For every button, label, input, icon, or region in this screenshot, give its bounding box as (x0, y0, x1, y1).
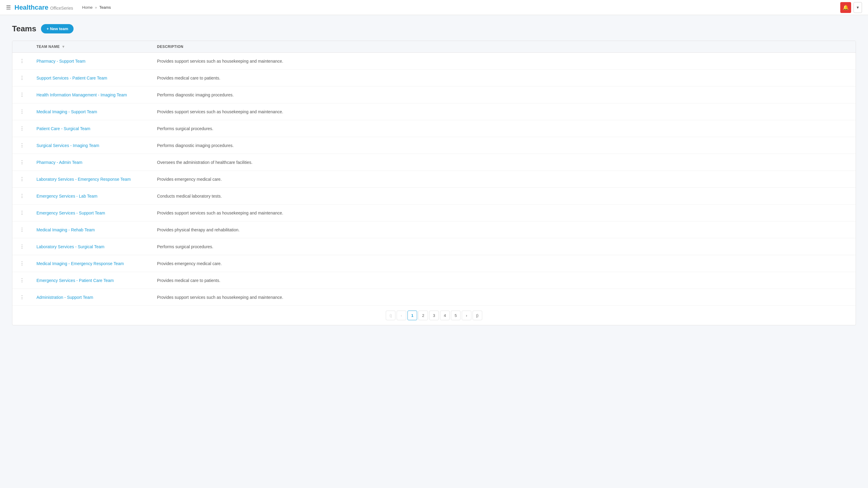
row-description-cell: Provides support services such as housek… (152, 103, 856, 120)
team-name-link[interactable]: Emergency Services - Patient Care Team (36, 278, 114, 283)
team-name-link[interactable]: Emergency Services - Support Team (36, 210, 105, 216)
row-description-cell: Conducts medical laboratory tests. (152, 188, 856, 204)
row-menu-button[interactable]: ⋮ (17, 226, 27, 234)
row-menu-button[interactable]: ⋮ (17, 74, 27, 82)
team-name-link[interactable]: Medical Imaging - Support Team (36, 109, 97, 114)
navbar-right: 🔔 ▼ (840, 2, 862, 13)
page-header: Teams + New team (12, 24, 856, 33)
description-text: Provides physical therapy and rehabilita… (157, 227, 240, 232)
row-name-cell: Health Information Management - Imaging … (32, 87, 152, 103)
row-name-cell: Laboratory Services - Emergency Response… (32, 171, 152, 188)
description-text: Performs surgical procedures. (157, 126, 213, 131)
pagination-page-2[interactable]: 2 (418, 311, 428, 320)
team-name-link[interactable]: Pharmacy - Admin Team (36, 160, 82, 165)
notification-button[interactable]: 🔔 (840, 2, 851, 13)
team-name-link[interactable]: Administration - Support Team (36, 295, 93, 300)
row-description-cell: Provides support services such as housek… (152, 53, 856, 70)
row-actions-cell: ⋮ (12, 255, 32, 272)
table-row: ⋮Health Information Management - Imaging… (12, 87, 856, 103)
team-name-link[interactable]: Emergency Services - Lab Team (36, 194, 97, 198)
description-text: Performs diagnostic imaging procedures. (157, 93, 234, 97)
pagination-first[interactable]: ⟨| (386, 311, 396, 320)
team-name-link[interactable]: Pharmacy - Support Team (36, 59, 85, 64)
row-menu-button[interactable]: ⋮ (17, 175, 27, 183)
page-content: Teams + New team TEAM NAME ▼ DESCRIPTION… (0, 15, 868, 334)
team-name-link[interactable]: Health Information Management - Imaging … (36, 93, 127, 97)
row-actions-cell: ⋮ (12, 53, 32, 70)
teams-table: TEAM NAME ▼ DESCRIPTION ⋮Pharmacy - Supp… (12, 41, 856, 305)
row-description-cell: Provides support services such as housek… (152, 204, 856, 221)
table-row: ⋮Surgical Services - Imaging TeamPerform… (12, 137, 856, 154)
description-text: Oversees the administration of healthcar… (157, 160, 253, 165)
pagination-page-4[interactable]: 4 (440, 311, 450, 320)
filter-icon[interactable]: ▼ (61, 44, 65, 49)
col-header-actions (12, 41, 32, 53)
table-row: ⋮Pharmacy - Admin TeamOversees the admin… (12, 154, 856, 171)
team-name-link[interactable]: Medical Imaging - Emergency Response Tea… (36, 261, 124, 266)
table-row: ⋮Patient Care - Surgical TeamPerforms su… (12, 120, 856, 137)
team-name-link[interactable]: Patient Care - Surgical Team (36, 126, 90, 131)
row-name-cell: Emergency Services - Lab Team (32, 188, 152, 204)
row-menu-button[interactable]: ⋮ (17, 158, 27, 166)
description-text: Conducts medical laboratory tests. (157, 194, 222, 198)
row-menu-button[interactable]: ⋮ (17, 293, 27, 301)
teams-table-container: TEAM NAME ▼ DESCRIPTION ⋮Pharmacy - Supp… (12, 41, 856, 325)
row-menu-button[interactable]: ⋮ (17, 124, 27, 133)
table-row: ⋮Emergency Services - Patient Care TeamP… (12, 272, 856, 289)
table-row: ⋮Emergency Services - Lab TeamConducts m… (12, 188, 856, 204)
user-dropdown-button[interactable]: ▼ (854, 2, 862, 13)
page-title: Teams (12, 24, 36, 33)
row-actions-cell: ⋮ (12, 103, 32, 120)
team-name-link[interactable]: Medical Imaging - Rehab Team (36, 227, 95, 232)
row-description-cell: Provides emergency medical care. (152, 171, 856, 188)
row-name-cell: Support Services - Patient Care Team (32, 70, 152, 87)
row-name-cell: Laboratory Services - Surgical Team (32, 238, 152, 255)
row-menu-button[interactable]: ⋮ (17, 107, 27, 116)
table-header-row: TEAM NAME ▼ DESCRIPTION (12, 41, 856, 53)
table-row: ⋮Support Services - Patient Care TeamPro… (12, 70, 856, 87)
description-text: Performs surgical procedures. (157, 244, 213, 249)
row-description-cell: Provides support services such as housek… (152, 289, 856, 306)
team-name-link[interactable]: Laboratory Services - Surgical Team (36, 244, 104, 249)
pagination: ⟨| ‹ 1 2 3 4 5 › |⟩ (12, 305, 856, 325)
table-row: ⋮Medical Imaging - Emergency Response Te… (12, 255, 856, 272)
navbar: ☰ Healthcare OfficeSeries Home » Teams 🔔… (0, 0, 868, 15)
pagination-next[interactable]: › (462, 311, 471, 320)
row-menu-button[interactable]: ⋮ (17, 259, 27, 267)
row-menu-button[interactable]: ⋮ (17, 91, 27, 99)
breadcrumb: Home » Teams (82, 5, 111, 10)
row-description-cell: Provides medical care to patients. (152, 70, 856, 87)
table-body: ⋮Pharmacy - Support TeamProvides support… (12, 53, 856, 306)
row-menu-button[interactable]: ⋮ (17, 57, 27, 65)
pagination-page-1[interactable]: 1 (407, 311, 417, 320)
breadcrumb-home[interactable]: Home (82, 5, 93, 10)
row-actions-cell: ⋮ (12, 221, 32, 238)
team-name-link[interactable]: Surgical Services - Imaging Team (36, 143, 99, 148)
description-text: Provides support services such as housek… (157, 59, 283, 64)
new-team-button[interactable]: + New team (41, 24, 73, 33)
pagination-prev[interactable]: ‹ (397, 311, 406, 320)
row-description-cell: Performs diagnostic imaging procedures. (152, 87, 856, 103)
pagination-page-3[interactable]: 3 (429, 311, 439, 320)
row-actions-cell: ⋮ (12, 272, 32, 289)
row-actions-cell: ⋮ (12, 137, 32, 154)
row-menu-button[interactable]: ⋮ (17, 141, 27, 150)
row-menu-button[interactable]: ⋮ (17, 209, 27, 217)
description-text: Provides support services such as housek… (157, 295, 283, 300)
row-menu-button[interactable]: ⋮ (17, 242, 27, 251)
team-name-link[interactable]: Support Services - Patient Care Team (36, 76, 107, 80)
pagination-page-5[interactable]: 5 (451, 311, 461, 320)
row-menu-button[interactable]: ⋮ (17, 276, 27, 284)
row-name-cell: Pharmacy - Admin Team (32, 154, 152, 171)
row-actions-cell: ⋮ (12, 188, 32, 204)
pagination-last[interactable]: |⟩ (472, 311, 482, 320)
row-actions-cell: ⋮ (12, 154, 32, 171)
brand-sub: OfficeSeries (50, 6, 73, 10)
menu-icon[interactable]: ☰ (6, 4, 11, 11)
row-actions-cell: ⋮ (12, 238, 32, 255)
row-menu-button[interactable]: ⋮ (17, 192, 27, 200)
table-row: ⋮Administration - Support TeamProvides s… (12, 289, 856, 306)
row-name-cell: Pharmacy - Support Team (32, 53, 152, 70)
team-name-link[interactable]: Laboratory Services - Emergency Response… (36, 177, 131, 182)
bell-icon: 🔔 (843, 4, 849, 10)
